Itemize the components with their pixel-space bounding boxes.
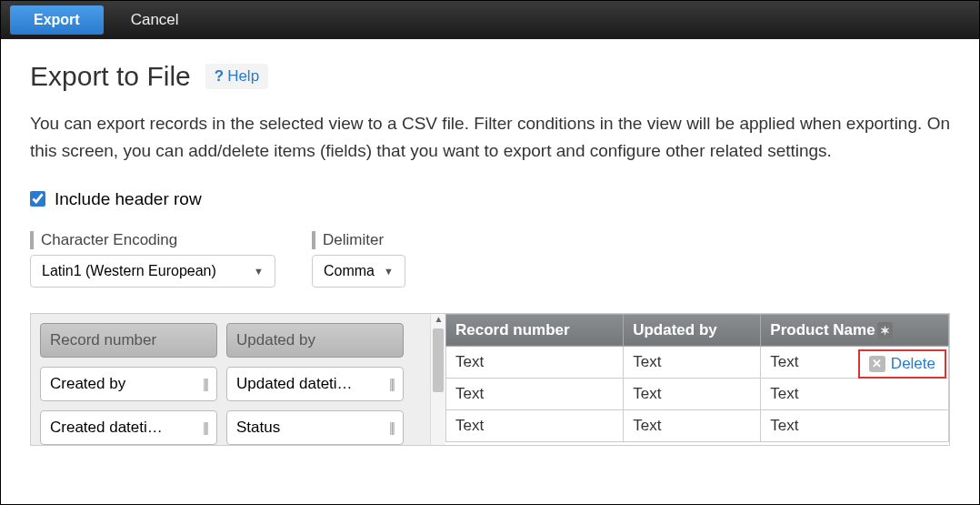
table-cell: Text bbox=[446, 346, 624, 378]
field-chip[interactable]: Status||| bbox=[226, 410, 404, 445]
export-button[interactable]: Export bbox=[10, 5, 104, 35]
close-icon[interactable]: ✕ bbox=[869, 356, 885, 372]
gear-icon[interactable]: ✶ bbox=[877, 322, 893, 339]
table-cell: Text bbox=[446, 378, 624, 409]
field-chip-label: Created dateti… bbox=[50, 419, 163, 437]
encoding-label: Character Encoding bbox=[30, 231, 275, 249]
page-description: You can export records in the selected v… bbox=[30, 110, 950, 166]
chevron-down-icon: ▼ bbox=[254, 266, 264, 277]
main-content: Export to File ? Help You can export rec… bbox=[1, 39, 979, 468]
field-chip-label: Record number bbox=[50, 331, 156, 349]
table-cell: Text bbox=[446, 409, 624, 441]
grip-icon: ||| bbox=[203, 420, 207, 435]
table-cell: Text bbox=[761, 378, 949, 409]
field-chip-label: Status bbox=[236, 419, 280, 437]
encoding-select[interactable]: Latin1 (Western European) ▼ bbox=[30, 255, 275, 288]
top-toolbar: Export Cancel bbox=[1, 1, 979, 39]
column-header[interactable]: Product Name✶ bbox=[761, 314, 949, 346]
include-header-row[interactable]: Include header row bbox=[30, 189, 950, 209]
delimiter-value: Comma bbox=[324, 263, 375, 279]
chevron-down-icon: ▼ bbox=[384, 266, 394, 277]
help-link[interactable]: ? Help bbox=[205, 64, 268, 89]
table-row: TextTextText bbox=[446, 409, 949, 441]
column-header[interactable]: Record number bbox=[446, 314, 624, 346]
field-chip[interactable]: Updated by bbox=[226, 323, 404, 358]
table-cell: Text bbox=[624, 346, 761, 378]
field-chip-label: Updated dateti… bbox=[236, 375, 353, 393]
page-title: Export to File bbox=[30, 61, 191, 92]
scroll-thumb[interactable] bbox=[433, 328, 444, 392]
delimiter-select[interactable]: Comma ▼ bbox=[312, 255, 405, 288]
table-cell: Text bbox=[624, 409, 761, 441]
grip-icon: ||| bbox=[389, 377, 394, 391]
table-row: TextTextText bbox=[446, 378, 949, 409]
scroll-up-icon[interactable]: ▲ bbox=[432, 314, 445, 328]
help-icon: ? bbox=[215, 67, 224, 86]
table-cell: Text✕Delete bbox=[761, 346, 949, 378]
table-cell: Text bbox=[624, 378, 761, 409]
column-header[interactable]: Updated by bbox=[624, 314, 761, 346]
delimiter-label: Delimiter bbox=[312, 231, 405, 249]
preview-table: Record numberUpdated byProduct Name✶ Tex… bbox=[445, 314, 949, 445]
include-header-label: Include header row bbox=[55, 189, 202, 209]
field-chip[interactable]: Updated dateti…||| bbox=[226, 367, 404, 401]
field-chip[interactable]: Record number bbox=[40, 323, 217, 358]
delete-label: Delete bbox=[891, 355, 935, 373]
table-row: TextTextText✕Delete bbox=[446, 346, 949, 378]
grip-icon: ||| bbox=[203, 377, 207, 391]
scrollbar[interactable]: ▲ bbox=[430, 314, 445, 445]
field-palette: Record numberUpdated byCreated by|||Upda… bbox=[31, 314, 445, 445]
include-header-checkbox[interactable] bbox=[30, 191, 45, 207]
table-cell: Text bbox=[761, 409, 949, 441]
grip-icon: ||| bbox=[389, 420, 394, 435]
field-chip[interactable]: Created dateti…||| bbox=[40, 410, 217, 445]
encoding-value: Latin1 (Western European) bbox=[42, 263, 216, 279]
cancel-button[interactable]: Cancel bbox=[131, 11, 179, 29]
delete-popover[interactable]: ✕Delete bbox=[858, 349, 946, 379]
field-chip[interactable]: Created by||| bbox=[40, 367, 217, 401]
field-chip-label: Created by bbox=[50, 375, 125, 393]
field-chip-label: Updated by bbox=[236, 331, 315, 349]
help-label: Help bbox=[227, 67, 259, 86]
